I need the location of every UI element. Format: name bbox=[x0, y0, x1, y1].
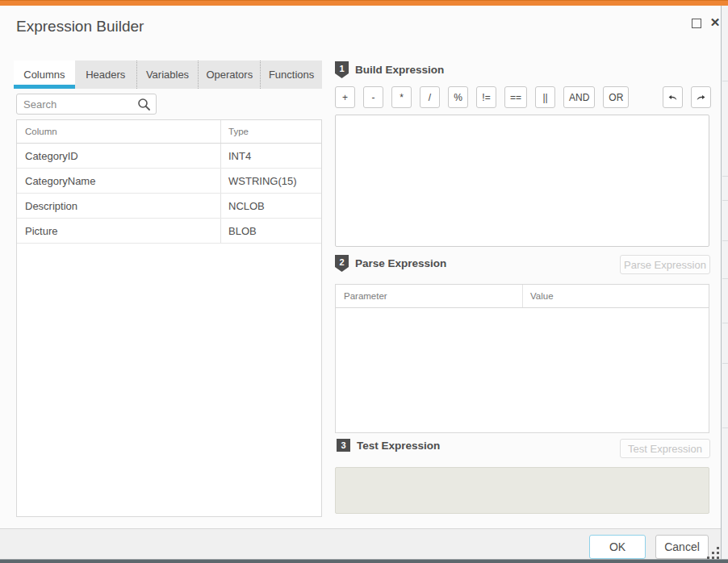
cancel-button[interactable]: Cancel bbox=[655, 535, 709, 559]
column-cell: Description bbox=[17, 194, 221, 218]
page-title: Expression Builder bbox=[16, 18, 144, 35]
parse-parameters-table: Parameter Value bbox=[335, 284, 709, 433]
app-bottom-bar bbox=[0, 559, 728, 563]
undo-icon bbox=[668, 94, 677, 102]
type-header: Type bbox=[221, 120, 321, 143]
tab-label: Functions bbox=[269, 69, 314, 81]
operator-notequal-button[interactable]: != bbox=[476, 86, 496, 108]
search-icon[interactable] bbox=[137, 98, 151, 111]
operator-toolbar: + - * / % != == || AND OR bbox=[335, 86, 711, 108]
app-top-accent-bar bbox=[0, 0, 728, 6]
columns-table: Column Type CategoryID INT4 CategoryName… bbox=[16, 119, 322, 517]
value-header: Value bbox=[523, 285, 709, 307]
step1-badge: 1 bbox=[335, 61, 349, 78]
expression-editor[interactable] bbox=[335, 115, 709, 247]
operator-concat-button[interactable]: || bbox=[535, 86, 555, 108]
operator-modulo-button[interactable]: % bbox=[448, 86, 468, 108]
tab-label: Operators bbox=[206, 69, 253, 81]
search-input[interactable] bbox=[23, 95, 135, 113]
operator-divide-button[interactable]: / bbox=[420, 86, 440, 108]
undo-button[interactable] bbox=[663, 86, 683, 108]
tab-bar: Columns Headers Variables Operators Func… bbox=[14, 60, 322, 89]
tab-label: Columns bbox=[23, 69, 65, 81]
dialog-footer: OK Cancel bbox=[0, 528, 721, 563]
table-row[interactable]: Picture BLOB bbox=[17, 219, 321, 244]
tab-columns[interactable]: Columns bbox=[14, 60, 75, 89]
tab-variables[interactable]: Variables bbox=[136, 60, 199, 89]
operator-multiply-button[interactable]: * bbox=[391, 86, 412, 108]
operator-equal-button[interactable]: == bbox=[504, 86, 527, 108]
step1-title: Build Expression bbox=[355, 64, 444, 76]
column-cell: CategoryName bbox=[17, 169, 221, 193]
test-expression-button[interactable]: Test Expression bbox=[620, 439, 710, 458]
parse-expression-header: 2 Parse Expression bbox=[335, 255, 446, 272]
operator-and-button[interactable]: AND bbox=[563, 86, 595, 108]
column-cell: CategoryID bbox=[17, 144, 221, 168]
table-row[interactable]: CategoryName WSTRING(15) bbox=[17, 169, 321, 194]
type-cell: WSTRING(15) bbox=[221, 169, 321, 193]
column-header: Column bbox=[17, 120, 221, 143]
test-expression-header: 3 Test Expression bbox=[337, 439, 440, 452]
type-cell: INT4 bbox=[221, 144, 321, 168]
redo-icon bbox=[697, 94, 705, 102]
columns-table-header: Column Type bbox=[17, 120, 321, 144]
test-result-box bbox=[335, 467, 709, 514]
resize-grip[interactable] bbox=[707, 547, 720, 559]
parse-expression-button[interactable]: Parse Expression bbox=[620, 255, 710, 274]
parameter-header: Parameter bbox=[336, 285, 523, 307]
table-row[interactable]: Description NCLOB bbox=[17, 194, 321, 219]
redo-button[interactable] bbox=[691, 86, 711, 108]
background-window-edge bbox=[721, 6, 728, 559]
ok-button[interactable]: OK bbox=[589, 535, 646, 559]
build-expression-header: 1 Build Expression bbox=[335, 61, 444, 78]
step2-title: Parse Expression bbox=[355, 257, 446, 269]
parse-table-header: Parameter Value bbox=[336, 285, 709, 308]
search-box bbox=[16, 94, 157, 115]
expression-builder-dialog: Expression Builder ✕ Columns Headers Var… bbox=[0, 6, 721, 559]
operator-or-button[interactable]: OR bbox=[603, 86, 629, 108]
type-cell: NCLOB bbox=[221, 194, 321, 218]
tab-label: Headers bbox=[86, 69, 125, 81]
column-cell: Picture bbox=[17, 219, 221, 243]
tab-operators[interactable]: Operators bbox=[198, 60, 260, 89]
step3-title: Test Expression bbox=[357, 440, 440, 452]
maximize-icon[interactable] bbox=[692, 19, 701, 28]
tab-functions[interactable]: Functions bbox=[260, 60, 322, 89]
type-cell: BLOB bbox=[221, 219, 321, 243]
operator-plus-button[interactable]: + bbox=[335, 86, 355, 108]
table-row[interactable]: CategoryID INT4 bbox=[17, 144, 321, 169]
tab-headers[interactable]: Headers bbox=[75, 60, 136, 89]
step2-badge: 2 bbox=[335, 255, 349, 272]
step3-badge: 3 bbox=[337, 439, 350, 452]
tab-label: Variables bbox=[146, 69, 189, 81]
operator-minus-button[interactable]: - bbox=[363, 86, 383, 108]
